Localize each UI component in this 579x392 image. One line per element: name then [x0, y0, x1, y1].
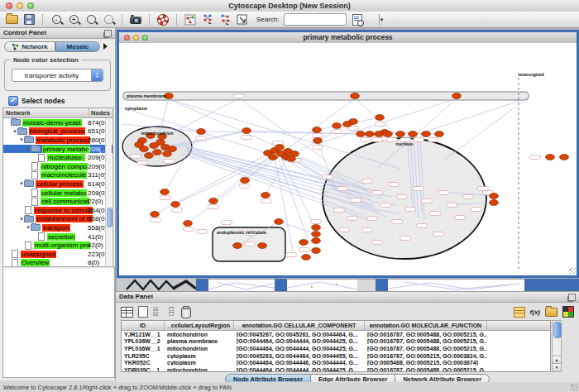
zoom-window-icon[interactable]: [142, 35, 148, 41]
network-c-icon[interactable]: [218, 13, 232, 26]
tree-row[interactable]: secretion41(0): [3, 232, 112, 241]
window-fragment[interactable]: [388, 279, 524, 291]
unselect-attributes-icon[interactable]: [169, 307, 176, 317]
tree-scrollbar-thumb[interactable]: [107, 208, 112, 227]
import-table-icon[interactable]: [514, 307, 525, 318]
tree-row[interactable]: ▼primary metabo209(...: [3, 145, 112, 154]
tab-mosaic[interactable]: Mosaic: [55, 41, 100, 52]
network-node[interactable]: [435, 131, 444, 137]
network-node[interactable]: [356, 131, 366, 137]
network-node[interactable]: [560, 155, 569, 160]
network-node[interactable]: [313, 127, 322, 133]
network-canvas[interactable]: plasma membranecytoplasmmitochondrionnuc…: [119, 43, 577, 275]
annotation-box-icon[interactable]: [236, 13, 249, 26]
network-window-titlebar[interactable]: primary metabolic process: [119, 32, 577, 44]
tree-scrollbar[interactable]: [105, 118, 112, 275]
network-node[interactable]: [313, 138, 323, 144]
column-header[interactable]: ID: [122, 321, 165, 330]
network-node[interactable]: [153, 150, 162, 155]
tree-row[interactable]: multi-organism pro42(0): [3, 241, 112, 250]
network-node[interactable]: [242, 128, 251, 134]
open-folder-icon[interactable]: [545, 308, 557, 317]
window-fragment[interactable]: [524, 279, 579, 291]
tree-row[interactable]: nucleobase-209(0): [3, 153, 112, 162]
zoom-in-icon[interactable]: +: [67, 13, 80, 26]
network-node[interactable]: [135, 142, 144, 148]
network-node[interactable]: [258, 243, 267, 249]
network-node[interactable]: [269, 155, 278, 160]
network-node[interactable]: [275, 219, 284, 225]
table-row[interactable]: YDR039C__1mitochondrion[GO:0044464, GO:0…: [122, 366, 550, 372]
zoom-fit-icon[interactable]: [84, 13, 98, 26]
network-node[interactable]: [312, 225, 321, 231]
tree-row[interactable]: ▼establishment of lo558(0): [3, 215, 112, 224]
enhanced-search-doc-icon[interactable]: [351, 13, 364, 26]
table-row[interactable]: YPL036W__2plasma membrane[GO:0044464, GO…: [122, 338, 550, 346]
network-node[interactable]: [261, 193, 270, 198]
table-row[interactable]: YKR052Ccytoplasm[GO:0044464, GO:0044446,…: [122, 359, 550, 366]
network-node[interactable]: [546, 155, 555, 160]
network-node[interactable]: [384, 131, 393, 137]
zoom-window-icon[interactable]: [27, 2, 34, 9]
network-node[interactable]: [409, 131, 418, 137]
tree-row[interactable]: response to stimulu264(0): [3, 206, 112, 215]
float-panel-icon[interactable]: [104, 30, 112, 37]
table-scrollbar-thumb[interactable]: [553, 322, 562, 338]
network-node[interactable]: [287, 156, 296, 162]
network-node[interactable]: [163, 151, 172, 157]
network-a-icon[interactable]: [184, 13, 197, 26]
node-color-dropdown[interactable]: transporter activity ▲▼: [12, 69, 103, 82]
network-node[interactable]: [333, 123, 342, 129]
network-node[interactable]: [184, 221, 193, 227]
search-field[interactable]: ▼: [284, 13, 347, 26]
network-node[interactable]: [312, 238, 321, 244]
network-node[interactable]: [366, 131, 375, 137]
close-window-icon[interactable]: [124, 35, 130, 41]
zoom-out-icon[interactable]: -: [50, 13, 63, 26]
search-dropdown-arrow-icon[interactable]: ▼: [379, 14, 385, 25]
tree-row[interactable]: ▼transport558(0): [3, 223, 112, 232]
window-fragment[interactable]: [275, 279, 287, 291]
tab-network[interactable]: Network: [4, 41, 55, 52]
tree-row[interactable]: ▼biological_process651(0): [3, 127, 112, 136]
search-input[interactable]: [285, 14, 379, 25]
close-window-icon[interactable]: [6, 2, 12, 9]
column-header[interactable]: annotation.GO CELLULAR_COMPONENT: [234, 321, 365, 330]
matrix-heatmap-icon[interactable]: [562, 306, 574, 318]
formula-fx-icon[interactable]: f(x): [530, 308, 540, 316]
network-node[interactable]: [145, 153, 154, 159]
plasma-membrane-region[interactable]: [123, 92, 529, 100]
delete-attribute-icon[interactable]: [181, 308, 191, 318]
scroll-down-icon[interactable]: ▼: [553, 363, 561, 371]
table-row[interactable]: YPL036W__1mitochondrion[GO:0044464, GO:0…: [122, 345, 550, 352]
network-b-icon[interactable]: [201, 13, 214, 26]
snapshot-camera-icon[interactable]: [129, 13, 142, 26]
save-session-icon[interactable]: [22, 13, 36, 26]
float-panel-icon[interactable]: [568, 294, 576, 301]
network-node[interactable]: [171, 202, 180, 208]
window-fragment[interactable]: [376, 279, 388, 291]
network-node[interactable]: [422, 131, 431, 137]
tree-header-network[interactable]: Network: [3, 108, 89, 117]
table-scrollbar[interactable]: ▲ ▼: [552, 320, 562, 372]
network-node[interactable]: [197, 129, 206, 135]
tree-header-nodes[interactable]: Nodes: [89, 108, 112, 117]
network-node[interactable]: [343, 122, 352, 127]
network-node[interactable]: [351, 93, 360, 99]
network-node[interactable]: [396, 131, 405, 137]
app-resize-grip[interactable]: [571, 384, 578, 391]
network-node[interactable]: [452, 93, 462, 99]
column-header[interactable]: annotation.GO MOLECULAR_FUNCTION: [365, 321, 487, 330]
column-header[interactable]: _cellularLayoutRegion: [165, 321, 234, 330]
network-node[interactable]: [160, 189, 170, 195]
window-fragment[interactable]: [287, 279, 357, 291]
table-grid-icon[interactable]: [121, 307, 133, 318]
network-node[interactable]: [302, 255, 311, 261]
network-node[interactable]: [299, 240, 309, 246]
window-resize-grip[interactable]: [569, 268, 576, 275]
tree-row[interactable]: cellular metabo209(0): [3, 189, 112, 198]
network-node[interactable]: [156, 140, 165, 146]
window-fragment[interactable]: [208, 279, 275, 291]
select-nodes-checkbox[interactable]: ✓: [8, 96, 18, 106]
window-fragment[interactable]: [357, 279, 376, 291]
